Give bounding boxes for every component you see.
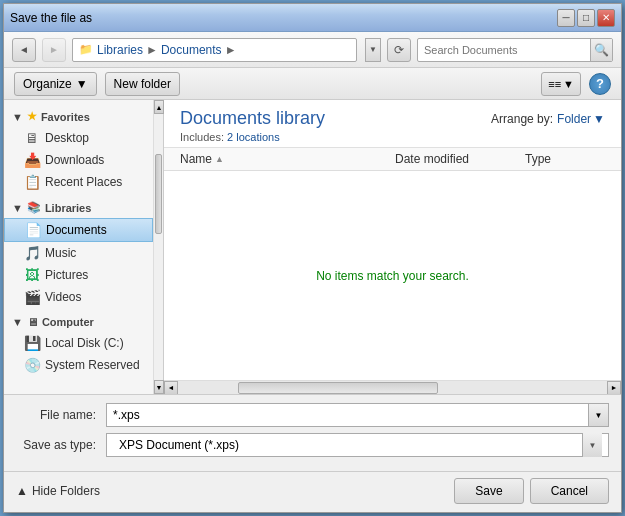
music-icon: 🎵 — [24, 245, 40, 261]
sidebar-item-videos[interactable]: 🎬 Videos — [4, 286, 153, 308]
scroll-down-arrow[interactable]: ▼ — [154, 380, 164, 394]
form-area: File name: ▼ Save as type: XPS Document … — [4, 394, 621, 471]
view-button[interactable]: ≡≡ ▼ — [541, 72, 581, 96]
breadcrumb-dropdown-button[interactable]: ▼ — [365, 38, 381, 62]
favorites-header[interactable]: ▼ ★ Favorites — [4, 106, 153, 127]
sidebar-scrollbar: ▲ ▼ — [153, 100, 163, 394]
favorites-collapse-icon: ▼ — [12, 111, 23, 123]
back-button[interactable]: ◄ — [12, 38, 36, 62]
filename-label: File name: — [16, 408, 106, 422]
new-folder-button[interactable]: New folder — [105, 72, 180, 96]
search-button[interactable]: 🔍 — [590, 38, 612, 62]
hide-folders-arrow: ▲ — [16, 484, 28, 498]
h-scroll-track[interactable] — [178, 381, 607, 395]
filetype-row: Save as type: XPS Document (*.xps) ▼ — [16, 433, 609, 457]
window-controls: ─ □ ✕ — [557, 9, 615, 27]
locations-link[interactable]: 2 locations — [227, 131, 280, 143]
breadcrumb-separator-2: ► — [225, 43, 237, 57]
videos-icon: 🎬 — [24, 289, 40, 305]
horizontal-scrollbar: ◄ ► — [164, 380, 621, 394]
search-input[interactable] — [418, 44, 590, 56]
footer-buttons: Save Cancel — [454, 478, 609, 504]
sort-arrow: ▲ — [215, 154, 224, 164]
downloads-icon: 📥 — [24, 152, 40, 168]
empty-message: No items match your search. — [316, 269, 469, 283]
sidebar-item-music[interactable]: 🎵 Music — [4, 242, 153, 264]
computer-label: Computer — [42, 316, 94, 328]
favorites-section: ▼ ★ Favorites 🖥 Desktop 📥 Downloads 📋 — [4, 106, 153, 193]
sidebar-item-recent-places[interactable]: 📋 Recent Places — [4, 171, 153, 193]
arrange-by-button[interactable]: Folder ▼ — [557, 112, 605, 126]
help-button[interactable]: ? — [589, 73, 611, 95]
hide-folders-label: Hide Folders — [32, 484, 100, 498]
save-button[interactable]: Save — [454, 478, 523, 504]
organize-button[interactable]: Organize ▼ — [14, 72, 97, 96]
minimize-button[interactable]: ─ — [557, 9, 575, 27]
help-label: ? — [596, 76, 604, 91]
column-date-modified[interactable]: Date modified — [395, 152, 525, 166]
library-title: Documents library — [180, 108, 325, 129]
system-reserved-icon: 💿 — [24, 357, 40, 373]
filetype-dropdown[interactable]: XPS Document (*.xps) ▼ — [106, 433, 609, 457]
h-scroll-left-arrow[interactable]: ◄ — [164, 381, 178, 395]
breadcrumb-documents[interactable]: Documents — [161, 43, 222, 57]
sidebar-item-local-disk[interactable]: 💾 Local Disk (C:) — [4, 332, 153, 354]
view-arrow: ▼ — [563, 78, 574, 90]
sidebar-item-downloads-label: Downloads — [45, 153, 104, 167]
breadcrumb: 📁 Libraries ► Documents ► — [72, 38, 357, 62]
breadcrumb-libraries[interactable]: Libraries — [97, 43, 143, 57]
title-bar: Save the file as ─ □ ✕ — [4, 4, 621, 32]
local-disk-icon: 💾 — [24, 335, 40, 351]
sidebar-item-downloads[interactable]: 📥 Downloads — [4, 149, 153, 171]
arrange-dropdown-arrow: ▼ — [593, 112, 605, 126]
libraries-header[interactable]: ▼ 📚 Libraries — [4, 197, 153, 218]
forward-button[interactable]: ► — [42, 38, 66, 62]
scroll-up-arrow[interactable]: ▲ — [154, 100, 164, 114]
save-file-dialog: Save the file as ─ □ ✕ ◄ ► 📁 Libraries ►… — [3, 3, 622, 513]
search-box: 🔍 — [417, 38, 613, 62]
locations-text: Includes: — [180, 131, 227, 143]
column-name[interactable]: Name ▲ — [180, 152, 395, 166]
computer-collapse-icon: ▼ — [12, 316, 23, 328]
close-button[interactable]: ✕ — [597, 9, 615, 27]
cancel-button[interactable]: Cancel — [530, 478, 609, 504]
navigation-bar: ◄ ► 📁 Libraries ► Documents ► ▼ ⟳ 🔍 — [4, 32, 621, 68]
documents-icon: 📄 — [25, 222, 41, 238]
sidebar-item-documents-label: Documents — [46, 223, 107, 237]
filetype-value: XPS Document (*.xps) — [113, 438, 582, 452]
filetype-label: Save as type: — [16, 438, 106, 452]
arrange-by-value: Folder — [557, 112, 591, 126]
organize-label: Organize — [23, 77, 72, 91]
sidebar-item-desktop-label: Desktop — [45, 131, 89, 145]
computer-header[interactable]: ▼ 🖥 Computer — [4, 312, 153, 332]
hide-folders-button[interactable]: ▲ Hide Folders — [16, 484, 100, 498]
recent-places-icon: 📋 — [24, 174, 40, 190]
column-type[interactable]: Type — [525, 152, 605, 166]
pictures-icon: 🖼 — [24, 267, 40, 283]
scrollbar-thumb[interactable] — [155, 154, 162, 234]
sidebar-item-videos-label: Videos — [45, 290, 81, 304]
footer: ▲ Hide Folders Save Cancel — [4, 471, 621, 512]
breadcrumb-separator-1: ► — [146, 43, 158, 57]
sidebar-item-music-label: Music — [45, 246, 76, 260]
sidebar-item-pictures[interactable]: 🖼 Pictures — [4, 264, 153, 286]
filetype-dropdown-arrow[interactable]: ▼ — [582, 433, 602, 457]
sidebar-item-desktop[interactable]: 🖥 Desktop — [4, 127, 153, 149]
libraries-icon: 📚 — [27, 201, 41, 214]
refresh-button[interactable]: ⟳ — [387, 38, 411, 62]
filename-input[interactable] — [106, 403, 589, 427]
dialog-title: Save the file as — [10, 11, 92, 25]
toolbar: Organize ▼ New folder ≡≡ ▼ ? — [4, 68, 621, 100]
scrollbar-track[interactable] — [154, 114, 163, 380]
library-subtitle: Includes: 2 locations — [180, 131, 325, 143]
sidebar-item-system-reserved[interactable]: 💿 System Reserved — [4, 354, 153, 376]
sidebar-item-documents[interactable]: 📄 Documents — [4, 218, 153, 242]
arrange-by: Arrange by: Folder ▼ — [491, 112, 605, 126]
library-info: Documents library Includes: 2 locations — [180, 108, 325, 143]
favorites-label: Favorites — [41, 111, 90, 123]
h-scroll-right-arrow[interactable]: ► — [607, 381, 621, 395]
h-scroll-thumb[interactable] — [238, 382, 438, 394]
maximize-button[interactable]: □ — [577, 9, 595, 27]
filename-dropdown-arrow[interactable]: ▼ — [589, 403, 609, 427]
file-area-header: Documents library Includes: 2 locations … — [164, 100, 621, 148]
